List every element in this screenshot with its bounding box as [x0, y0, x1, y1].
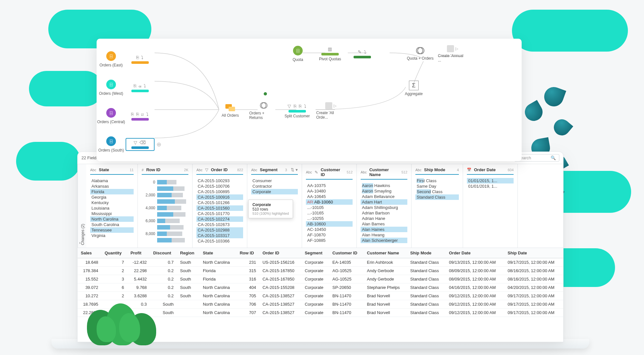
value-row[interactable]: Corporate — [251, 189, 298, 194]
value-row[interactable]: Florida — [90, 189, 134, 194]
grid-header[interactable]: Order Date — [446, 248, 504, 258]
sort-icon[interactable]: ⇅ ▾ — [291, 167, 298, 172]
value-row[interactable]: ...-10255 — [306, 216, 353, 221]
filter-icon[interactable]: ▽ — [205, 167, 208, 172]
flow-source-central[interactable]: ⌸ Orders (Central) — [97, 108, 126, 124]
value-row[interactable]: Adam Hart — [361, 199, 407, 205]
flow-step-selected[interactable]: ▽ ⌫ — [126, 138, 155, 151]
profile-col-customerid[interactable]: Abc ✎ Customer ID 512 AA-10375AA-10480AA… — [302, 164, 357, 248]
grid-header[interactable]: State — [200, 248, 237, 258]
value-row[interactable]: CA-2015-100916 — [196, 194, 243, 200]
value-row[interactable]: AA-10375 — [306, 183, 353, 188]
profile-col-shipmode[interactable]: Abc Ship Mode 4 First ClassSame DaySecon… — [412, 164, 463, 248]
flow-step-split[interactable]: ▽ ⎘ ⎘ ⤵ Split Customer — [283, 104, 312, 118]
value-row[interactable]: Alan Hwang — [361, 232, 407, 238]
flow-node-create-annual[interactable]: ▷ Create 'Annual ... — [438, 45, 467, 63]
value-row[interactable]: CA-2015-101560 — [196, 205, 243, 211]
add-step-icon[interactable]: ⊕ — [156, 141, 161, 148]
value-row[interactable]: ARAB-10060 — [306, 199, 353, 205]
flow-step-pivot[interactable]: ▥ Pivot Quotas — [316, 46, 345, 61]
value-row[interactable]: Adam Bellavance — [361, 194, 407, 199]
profile-col-rowid[interactable]: # Row ID 2K 02,0004,0006,0008,00010,000 — [138, 164, 193, 248]
histo-bin[interactable] — [142, 225, 188, 230]
flow-step[interactable]: ⎘ ⤵ — [126, 55, 155, 64]
value-row[interactable]: Adam Shillingsburg — [361, 205, 407, 210]
value-row[interactable]: ...-10165 — [306, 210, 353, 216]
value-row[interactable]: Alan Haines — [361, 227, 407, 232]
value-row[interactable]: Tennessee — [90, 227, 134, 233]
flow-node-aggregate[interactable]: Σ Aggregate — [399, 81, 428, 96]
flow-node-orders-returns[interactable]: Orders + Returns — [249, 102, 278, 120]
value-row[interactable]: 01/01/2019, 1... — [467, 183, 514, 189]
table-row[interactable]: 39.07269.7680.2SouthNorth Carolina404CA-… — [78, 283, 563, 292]
histo-bin[interactable] — [142, 238, 188, 242]
table-row[interactable]: 15.55235.44320.2SouthFlorida316CA-2015-1… — [78, 275, 563, 283]
grid-header[interactable]: Discount — [150, 248, 177, 258]
histo-bin[interactable] — [142, 199, 188, 204]
flow-node-create-all[interactable]: ▷ Create 'All Orde... — [316, 102, 345, 120]
grid-header[interactable]: Region — [177, 248, 200, 258]
value-row[interactable]: 01/01/2015, 1... — [467, 178, 514, 183]
value-row[interactable]: Contractor — [251, 183, 298, 189]
flow-source-east[interactable]: ⌸ Orders (East) — [97, 51, 126, 67]
value-row[interactable]: AG-10330 — [306, 243, 353, 244]
value-row[interactable]: Same Day — [415, 183, 459, 189]
profile-col-orderdate[interactable]: 📅 Order Date 604 01/01/2015, 1...01/01/2… — [463, 164, 518, 248]
value-row[interactable]: CA-2015-101266 — [196, 200, 243, 205]
value-row[interactable]: Louisiana — [90, 205, 134, 211]
histo-bin[interactable]: 8,000 — [142, 232, 188, 236]
table-row[interactable]: 178.384222.2980.2SouthFlorida315CA-2015-… — [78, 267, 563, 275]
table-row[interactable]: 18.6487-12.4320.7SouthNorth Carolina231U… — [78, 258, 563, 267]
value-row[interactable]: Second Class — [415, 189, 459, 194]
profile-col-state[interactable]: Abc State 11 AlabamaArkansasFloridaGeorg… — [86, 164, 138, 248]
grid-header[interactable]: Customer ID — [329, 248, 364, 258]
table-row[interactable]: 10.27223.62880.2SouthNorth Carolina705CA… — [78, 292, 563, 300]
grid-header[interactable]: Row ID — [236, 248, 259, 258]
value-row[interactable]: Georgia — [90, 194, 134, 200]
value-row[interactable]: AF-10870 — [306, 232, 353, 238]
value-row[interactable]: Alan Schoenberger — [361, 238, 407, 243]
value-row[interactable]: Adrian Bartson — [361, 210, 407, 216]
value-row[interactable]: CA-2015-103366 — [196, 238, 243, 244]
value-row[interactable]: CA-2015-101770 — [196, 211, 243, 216]
value-row[interactable]: First Class — [415, 178, 459, 183]
value-row[interactable]: South Carolina — [90, 222, 134, 227]
flow-node-quota[interactable]: ⌸ Quota — [283, 46, 312, 62]
grid-header[interactable]: Order ID — [259, 248, 301, 258]
flow-step-clean-green[interactable]: ✎ ⤵ — [348, 49, 377, 58]
value-row[interactable]: CA-2015-102673 — [196, 222, 243, 227]
grid-header[interactable]: Profit — [127, 248, 150, 258]
flow-source-south[interactable]: ⌸ Orders (South) — [97, 136, 126, 153]
value-row[interactable]: CA-2015-100293 — [196, 178, 243, 183]
value-row[interactable]: Alan Barnes — [361, 221, 407, 227]
value-row[interactable]: Mississippi — [90, 211, 134, 216]
value-row[interactable]: Kentucky — [90, 200, 134, 205]
grid-header[interactable]: Sales — [78, 248, 101, 258]
value-row[interactable]: Aaron Smayling — [361, 188, 407, 194]
value-row[interactable]: ...-10105 — [306, 205, 353, 210]
value-row[interactable]: CA-2015-100895 — [196, 189, 243, 194]
flow-step[interactable]: ⎘ ⎘ ☑ ⤵ — [126, 112, 155, 121]
value-row[interactable]: AB-10600 — [306, 221, 353, 227]
flow-step[interactable]: ⎘ ⌫ ⤵ — [126, 83, 155, 92]
histo-bin[interactable] — [142, 212, 188, 217]
value-row[interactable]: Standard Class — [415, 194, 459, 200]
profile-col-customername[interactable]: Abc Customer Name 512 Aaron HawkinsAaron… — [357, 164, 412, 248]
value-row[interactable]: Virginia — [90, 233, 134, 238]
grid-header[interactable]: Ship Date — [505, 248, 563, 258]
histo-bin[interactable]: 4,000 — [142, 206, 188, 210]
grid-header[interactable]: Ship Mode — [407, 248, 446, 258]
value-row[interactable]: CA-2015-102988 — [196, 227, 243, 233]
value-row[interactable]: AA-10645 — [306, 194, 353, 199]
edit-icon[interactable]: ✎ — [315, 170, 318, 175]
value-row[interactable]: Arkansas — [90, 183, 134, 189]
value-row[interactable]: AC-10450 — [306, 227, 353, 232]
histo-bin[interactable] — [142, 186, 188, 191]
grid-header[interactable]: Segment — [301, 248, 329, 258]
value-row[interactable]: CA-2015-102274 — [196, 216, 243, 222]
value-row[interactable]: North Carolina — [90, 216, 134, 222]
grid-header[interactable]: Customer Name — [364, 248, 407, 258]
profile-col-orderid[interactable]: Abc ▽ Order ID 822 CA-2015-100293CA-2015… — [193, 164, 247, 248]
histo-bin[interactable]: 0 — [142, 180, 188, 184]
value-row[interactable]: Alabama — [90, 178, 134, 183]
